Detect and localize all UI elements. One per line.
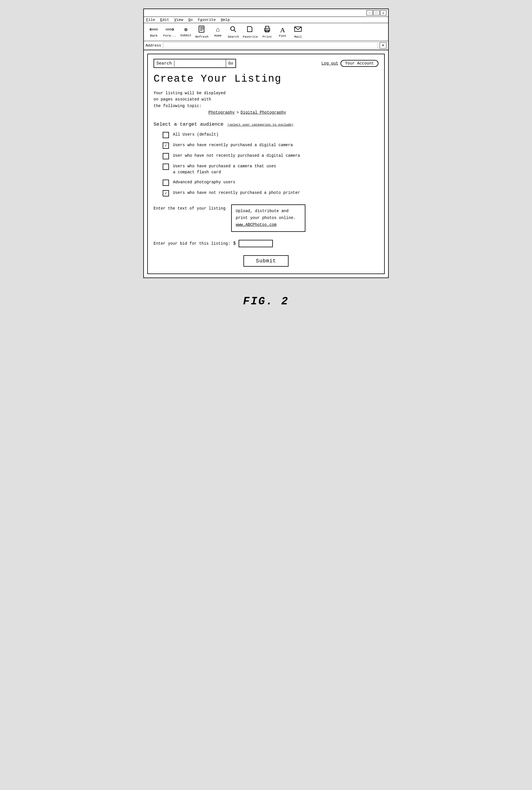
listing-text-line2: print your photos online.: [236, 215, 296, 220]
checkbox-compact-flash-label: Users who have purchased a camera that u…: [173, 163, 276, 175]
close-button[interactable]: ✕: [380, 10, 386, 15]
bid-label: Enter your bid for this listing:: [154, 241, 230, 246]
address-bar: Address ▼: [144, 41, 388, 50]
svg-point-4: [231, 26, 234, 31]
listing-text-link[interactable]: www.ABCPhotos.com: [236, 222, 277, 227]
forward-label: Forw...: [163, 34, 176, 37]
listing-description: Your listing will be displayed on pages …: [154, 90, 378, 109]
search-input[interactable]: [174, 59, 226, 68]
address-dropdown[interactable]: ▼: [380, 42, 386, 49]
topic-row: the following topic: Photography > Digit…: [154, 110, 378, 115]
mail-icon: [294, 25, 302, 35]
checkbox-no-printer[interactable]: [163, 190, 169, 196]
audience-title-text: Select a target audience: [154, 121, 224, 127]
menu-favorite[interactable]: Favorite: [198, 18, 215, 22]
checkbox-compact-flash[interactable]: [163, 164, 169, 170]
menu-edit[interactable]: Edit: [160, 18, 169, 22]
menu-bar: File Edit View Go Favorite Help: [144, 17, 388, 23]
refresh-label: Refresh: [195, 35, 208, 39]
mail-button[interactable]: Mail: [291, 25, 305, 39]
page-content: Search Go Log out Your Account Create Yo…: [147, 54, 385, 274]
listing-text-box: Upload, distribute and print your photos…: [231, 204, 305, 231]
audience-section-title: Select a target audience (select user ca…: [154, 121, 378, 127]
menu-help[interactable]: Help: [221, 18, 230, 22]
search-toolbar-label: Search: [228, 35, 239, 39]
svg-line-5: [234, 30, 236, 32]
top-search-row: Search Go Log out Your Account: [154, 59, 378, 68]
search-icon: [229, 25, 237, 35]
search-group-label: Search: [154, 60, 174, 67]
font-icon: A: [280, 26, 285, 34]
search-go-button[interactable]: Go: [226, 59, 235, 68]
menu-view[interactable]: View: [174, 18, 183, 22]
forward-icon: ⟹: [165, 26, 174, 33]
title-bar: — □ ✕: [144, 9, 388, 17]
list-item: Users who have recently purchased a digi…: [163, 142, 378, 149]
checkbox-all-users[interactable]: [163, 132, 169, 138]
stop-icon: ⊗: [184, 27, 188, 33]
list-item: Users who have purchased a camera that u…: [163, 163, 378, 175]
page-heading: Create Your Listing: [154, 73, 378, 85]
checkbox-no-recent-camera[interactable]: [163, 153, 169, 159]
checkbox-list: All Users (default) Users who have recen…: [163, 132, 378, 196]
browser-window: — □ ✕ File Edit View Go Favorite Help ⟸ …: [143, 8, 389, 278]
stop-label: Submit: [180, 34, 191, 37]
topic-subcategory-link[interactable]: Digital Photography: [241, 110, 286, 115]
back-label: Back: [150, 34, 157, 37]
your-account-button[interactable]: Your Account: [341, 60, 378, 67]
search-button[interactable]: Search: [226, 25, 240, 39]
refresh-button[interactable]: Refresh: [194, 25, 209, 39]
listing-text-label: Enter the text of your listing: [154, 206, 226, 211]
maximize-button[interactable]: □: [373, 10, 380, 15]
top-right-nav: Log out Your Account: [321, 60, 378, 67]
mail-label: Mail: [294, 35, 302, 39]
address-label: Address: [146, 43, 161, 48]
menu-go[interactable]: Go: [188, 18, 193, 22]
desc-line3: the following topic:: [154, 104, 202, 108]
favorite-button[interactable]: Favorite: [242, 25, 259, 39]
home-icon: ⌂: [216, 26, 220, 33]
submit-button[interactable]: Submit: [244, 255, 289, 267]
list-item: Advanced photography users: [163, 179, 378, 186]
checkbox-all-users-label: All Users (default): [173, 132, 218, 138]
logout-link[interactable]: Log out: [321, 61, 338, 66]
minimize-button[interactable]: —: [366, 10, 373, 15]
font-label: Font: [279, 34, 286, 38]
stop-button[interactable]: ⊗ Submit: [179, 26, 193, 38]
checkbox-no-recent-camera-label: User who have not recently purchased a d…: [173, 153, 300, 159]
toolbar: ⟸ Back ⟹ Forw... ⊗ Submit Refresh ⌂: [144, 23, 388, 41]
bid-row: Enter your bid for this listing: $: [154, 240, 378, 247]
checkbox-recent-camera[interactable]: [163, 143, 169, 149]
forward-button[interactable]: ⟹ Forw...: [162, 26, 177, 38]
print-icon: [263, 25, 271, 35]
back-icon: ⟸: [149, 26, 158, 33]
refresh-icon: [198, 25, 206, 35]
list-item: User who have not recently purchased a d…: [163, 153, 378, 159]
fig-caption: FIG. 2: [243, 295, 289, 307]
address-input[interactable]: [163, 42, 378, 49]
topic-category-link[interactable]: Photography: [208, 110, 234, 115]
topic-separator: >: [236, 110, 239, 115]
desc-line1: Your listing will be displayed: [154, 91, 226, 95]
menu-file[interactable]: File: [146, 18, 155, 22]
desc-line2: on pages associated with: [154, 97, 211, 102]
favorite-icon: [246, 25, 254, 35]
print-label: Print: [263, 35, 272, 39]
audience-subtitle[interactable]: (select user categories to exclude): [227, 123, 293, 127]
list-item: Users who have not recently purchased a …: [163, 190, 378, 196]
home-label: Home: [214, 34, 222, 37]
bid-input[interactable]: [239, 240, 273, 247]
bid-dollar-sign: $: [233, 241, 236, 246]
listing-text-row: Enter the text of your listing Upload, d…: [154, 204, 378, 231]
home-button[interactable]: ⌂ Home: [211, 26, 225, 38]
checkbox-recent-camera-label: Users who have recently purchased a digi…: [173, 142, 293, 148]
print-button[interactable]: Print: [260, 25, 274, 39]
svg-rect-8: [265, 26, 269, 28]
font-button[interactable]: A Font: [276, 26, 290, 38]
listing-text-line1: Upload, distribute and: [236, 209, 288, 213]
checkbox-advanced-photo[interactable]: [163, 180, 169, 186]
submit-row: Submit: [154, 255, 378, 267]
list-item: All Users (default): [163, 132, 378, 138]
search-group: Search Go: [154, 59, 236, 68]
back-button[interactable]: ⟸ Back: [147, 26, 161, 38]
